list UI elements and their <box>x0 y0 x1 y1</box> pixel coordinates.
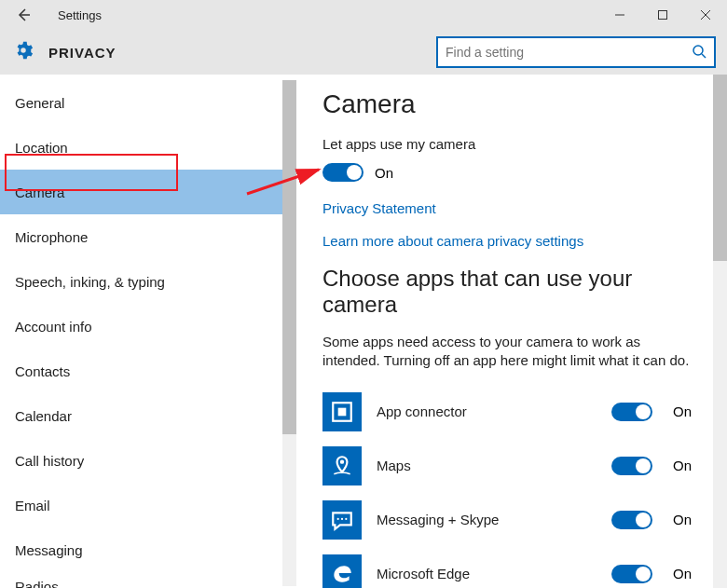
svg-point-12 <box>345 517 347 519</box>
svg-point-10 <box>337 517 339 519</box>
app-toggle[interactable] <box>611 565 652 583</box>
sidebar-item-label: Email <box>15 498 50 513</box>
search-box[interactable] <box>436 36 716 68</box>
master-toggle[interactable] <box>322 163 364 182</box>
master-toggle-state: On <box>375 165 393 181</box>
sidebar-item-calendar[interactable]: Calendar <box>0 393 282 438</box>
sidebar-item-label: General <box>15 95 64 111</box>
sidebar-scrollbar-thumb[interactable] <box>282 80 296 434</box>
sidebar-item-account[interactable]: Account info <box>0 304 282 349</box>
section-description: Some apps need access to your camera to … <box>322 333 701 371</box>
sidebar-item-label: Camera <box>15 185 64 200</box>
svg-rect-1 <box>659 11 667 20</box>
sidebar-item-location[interactable]: Location <box>0 125 282 170</box>
gear-icon <box>11 40 35 65</box>
messaging-icon <box>322 500 362 540</box>
sidebar-item-label: Speech, inking, & typing <box>15 274 165 290</box>
sidebar-item-callhistory[interactable]: Call history <box>0 438 282 483</box>
sidebar-item-label: Location <box>15 140 68 156</box>
app-toggle[interactable] <box>611 511 652 529</box>
master-toggle-label: Let apps use my camera <box>322 136 701 152</box>
app-toggle[interactable] <box>611 457 652 475</box>
sidebar-item-speech[interactable]: Speech, inking, & typing <box>0 259 282 304</box>
sidebar-item-camera[interactable]: Camera <box>0 170 282 214</box>
header: PRIVACY <box>0 30 727 75</box>
minimize-button[interactable] <box>598 0 641 30</box>
app-toggle[interactable] <box>611 403 652 421</box>
svg-rect-8 <box>338 407 347 416</box>
app-row: Maps On <box>322 442 701 490</box>
maps-icon <box>322 446 362 485</box>
category-title: PRIVACY <box>48 45 117 61</box>
sidebar-item-label: Radios <box>15 579 59 589</box>
sidebar-item-label: Contacts <box>15 363 70 379</box>
sidebar-item-label: Call history <box>15 453 84 469</box>
search-icon <box>692 44 706 62</box>
app-name: Microsoft Edge <box>377 566 611 581</box>
section-title: Choose apps that can use your camera <box>322 266 701 318</box>
sidebar-item-label: Calendar <box>15 408 72 424</box>
window-title: Settings <box>58 8 102 22</box>
search-input[interactable] <box>446 45 692 60</box>
app-name: Maps <box>377 458 611 473</box>
sidebar-item-label: Messaging <box>15 542 83 558</box>
learn-more-link[interactable]: Learn more about camera privacy settings <box>322 233 701 249</box>
close-button[interactable] <box>684 0 727 30</box>
app-row: Microsoft Edge On <box>322 550 701 589</box>
sidebar-item-microphone[interactable]: Microphone <box>0 214 282 259</box>
svg-point-4 <box>21 48 26 53</box>
back-button[interactable] <box>9 1 37 29</box>
content-scrollbar-thumb[interactable] <box>713 75 727 261</box>
svg-line-6 <box>702 54 706 58</box>
maximize-button[interactable] <box>641 0 684 30</box>
sidebar: General Location Camera Microphone Speec… <box>0 80 282 588</box>
app-row: Messaging + Skype On <box>322 496 701 544</box>
sidebar-item-general[interactable]: General <box>0 80 282 125</box>
app-row: App connector On <box>322 388 701 436</box>
svg-point-9 <box>340 459 344 463</box>
app-toggle-state: On <box>673 403 701 419</box>
sidebar-item-messaging[interactable]: Messaging <box>0 527 282 572</box>
app-connector-icon <box>322 392 362 431</box>
sidebar-item-radios[interactable]: Radios <box>0 572 282 588</box>
app-toggle-state: On <box>673 566 701 581</box>
privacy-statement-link[interactable]: Privacy Statement <box>322 200 701 216</box>
edge-icon <box>322 554 362 589</box>
sidebar-item-label: Microphone <box>15 229 88 245</box>
titlebar: Settings <box>0 0 727 30</box>
app-toggle-state: On <box>673 458 701 473</box>
svg-point-11 <box>341 517 343 519</box>
app-toggle-state: On <box>673 512 701 527</box>
sidebar-item-label: Account info <box>15 319 92 335</box>
app-name: App connector <box>377 403 611 419</box>
page-title: Camera <box>322 89 701 119</box>
app-name: Messaging + Skype <box>377 512 611 527</box>
sidebar-item-contacts[interactable]: Contacts <box>0 349 282 393</box>
svg-point-5 <box>693 46 703 55</box>
sidebar-item-email[interactable]: Email <box>0 483 282 527</box>
